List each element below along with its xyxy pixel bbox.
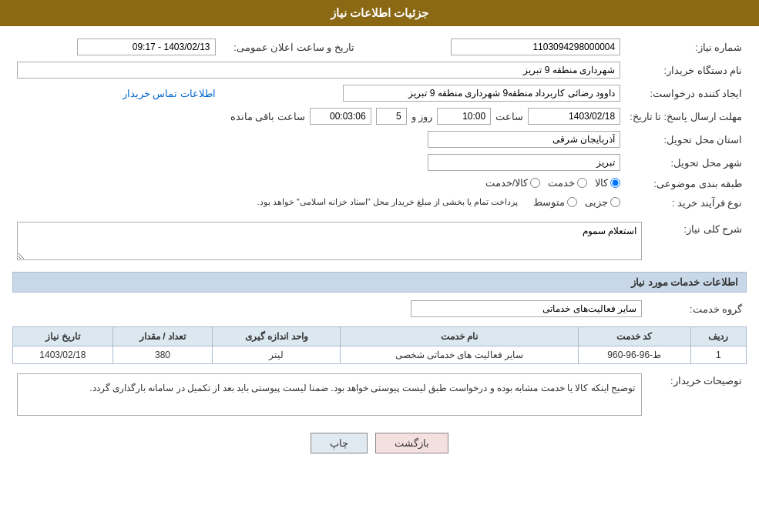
creator-cell: [220, 82, 626, 105]
buyer-notes-label: توصیحات خریدار:: [646, 370, 747, 419]
province-label: استان محل تحویل:: [625, 128, 747, 151]
subject-kala-radio[interactable]: [610, 178, 620, 188]
subject-radio-group: کالا خدمت کالا/خدمت: [485, 177, 620, 189]
time-label: ساعت: [495, 111, 523, 122]
creator-input[interactable]: [343, 85, 620, 102]
city-label: شهر محل تحویل:: [625, 151, 747, 174]
subject-both-radio[interactable]: [530, 178, 540, 188]
subject-both-option[interactable]: کالا/خدمت: [485, 177, 540, 189]
buyer-notes-cell: توضیح اینکه کالا یا خدمت مشابه بوده و در…: [12, 370, 646, 419]
cell-row-num: 1: [690, 346, 746, 364]
back-button[interactable]: بازگشت: [375, 433, 448, 453]
buyer-org-label: نام دستگاه خریدار:: [625, 59, 747, 82]
need-number-input[interactable]: [451, 38, 620, 55]
announcement-date-cell: [12, 35, 220, 59]
need-description-textarea[interactable]: استعلام سموم: [17, 222, 642, 260]
purchase-radio-group: جزیی متوسط پرداخت تمام یا بخشی از مبلغ خ…: [257, 196, 621, 208]
subject-both-label: کالا/خدمت: [485, 177, 528, 189]
countdown-label: ساعت باقی مانده: [230, 111, 305, 122]
page-header: جزئیات اطلاعات نیاز: [0, 0, 759, 26]
countdown-input[interactable]: [310, 108, 371, 125]
purchase-motavaset-label: متوسط: [533, 196, 565, 208]
subject-label: طبقه بندی موضوعی:: [625, 174, 747, 193]
announcement-date-input[interactable]: [77, 38, 216, 55]
cell-date: 1403/02/18: [13, 346, 113, 364]
purchase-note: پرداخت تمام یا بخشی از مبلغ خریدار محل "…: [257, 197, 519, 207]
subject-kala-label: کالا: [595, 177, 608, 189]
services-header-row: ردیف کد خدمت نام خدمت واحد اندازه گیری ت…: [13, 327, 747, 346]
province-input[interactable]: [428, 131, 620, 148]
purchase-type-cell: جزیی متوسط پرداخت تمام یا بخشی از مبلغ خ…: [12, 193, 625, 212]
purchase-jozi-radio[interactable]: [610, 197, 620, 207]
service-group-input[interactable]: [411, 300, 642, 317]
need-description-row: شرح کلی نیاز: استعلام سموم: [12, 219, 747, 266]
services-table: ردیف کد خدمت نام خدمت واحد اندازه گیری ت…: [12, 326, 747, 364]
service-group-label: گروه خدمت:: [646, 297, 747, 320]
need-description-cell: استعلام سموم: [12, 219, 646, 266]
response-time-input[interactable]: [437, 108, 491, 125]
deadline-row-flex: ساعت روز و ساعت باقی مانده: [17, 108, 620, 125]
col-service-name: نام خدمت: [341, 327, 578, 346]
buyer-org-input[interactable]: [17, 62, 620, 79]
col-unit: واحد اندازه گیری: [213, 327, 341, 346]
need-number-cell: [374, 35, 626, 59]
service-info-header: اطلاعات خدمات مورد نیاز: [12, 272, 747, 293]
province-cell: [12, 128, 625, 151]
subject-cell: کالا خدمت کالا/خدمت: [12, 174, 625, 193]
response-days-input[interactable]: [376, 108, 407, 125]
purchase-jozi-label: جزیی: [585, 196, 608, 208]
button-row: بازگشت چاپ: [12, 425, 747, 461]
subject-khedmat-option[interactable]: خدمت: [548, 177, 587, 189]
cell-unit: لیتر: [213, 346, 341, 364]
buyer-org-row: نام دستگاه خریدار:: [12, 59, 747, 82]
announcement-date-label: تاریخ و ساعت اعلان عمومی:: [220, 35, 359, 59]
creator-link-cell: اطلاعات تماس خریدار: [12, 82, 220, 105]
city-row: شهر محل تحویل:: [12, 151, 747, 174]
creator-row: ایجاد کننده درخواست: اطلاعات تماس خریدار: [12, 82, 747, 105]
need-number-label: شماره نیاز:: [625, 35, 747, 59]
response-deadline-cell: ساعت روز و ساعت باقی مانده: [12, 105, 625, 128]
buyer-notes-row: توصیحات خریدار: توضیح اینکه کالا یا خدمت…: [12, 370, 747, 419]
subject-row: طبقه بندی موضوعی: کالا خدمت: [12, 174, 747, 193]
subject-khedmat-label: خدمت: [548, 177, 575, 189]
service-group-row: گروه خدمت:: [12, 297, 747, 320]
need-description-label: شرح کلی نیاز:: [646, 219, 747, 266]
subject-khedmat-radio[interactable]: [577, 178, 587, 188]
creator-label: ایجاد کننده درخواست:: [625, 82, 747, 105]
info-table: شماره نیاز: تاریخ و ساعت اعلان عمومی: نا…: [12, 35, 747, 212]
buyer-notes-table: توصیحات خریدار: توضیح اینکه کالا یا خدمت…: [12, 370, 747, 419]
response-deadline-row: مهلت ارسال پاسخ: تا تاریخ: ساعت روز و سا…: [12, 105, 747, 128]
cell-quantity: 380: [113, 346, 213, 364]
print-button[interactable]: چاپ: [311, 433, 368, 453]
city-cell: [12, 151, 625, 174]
page-wrapper: جزئیات اطلاعات نیاز شماره نیاز: تاریخ و …: [0, 0, 759, 532]
service-group-cell: [12, 297, 646, 320]
purchase-type-row: نوع فرآیند خرید : جزیی متوسط پرداخت تمام…: [12, 193, 747, 212]
purchase-jozi-option[interactable]: جزیی: [585, 196, 620, 208]
service-group-table: گروه خدمت:: [12, 297, 747, 320]
need-number-row: شماره نیاز: تاریخ و ساعت اعلان عمومی:: [12, 35, 747, 59]
col-service-code: کد خدمت: [578, 327, 690, 346]
col-quantity: تعداد / مقدار: [113, 327, 213, 346]
response-date-input[interactable]: [528, 108, 620, 125]
col-row-num: ردیف: [690, 327, 746, 346]
response-deadline-label: مهلت ارسال پاسخ: تا تاریخ:: [625, 105, 747, 128]
subject-kala-option[interactable]: کالا: [595, 177, 620, 189]
province-row: استان محل تحویل:: [12, 128, 747, 151]
page-title: جزئیات اطلاعات نیاز: [331, 6, 428, 19]
buyer-notes-box: توضیح اینکه کالا یا خدمت مشابه بوده و در…: [17, 373, 642, 416]
table-row: 1 ط-96-96-960 سایر فعالیت های خدماتی شخص…: [13, 346, 747, 364]
purchase-type-label: نوع فرآیند خرید :: [625, 193, 747, 212]
days-label: روز و: [411, 111, 432, 122]
purchase-motavaset-option[interactable]: متوسط: [533, 196, 577, 208]
city-input[interactable]: [428, 154, 620, 171]
creator-contact-link[interactable]: اطلاعات تماس خریدار: [123, 89, 216, 99]
col-date: تاریخ نیاز: [13, 327, 113, 346]
need-description-table: شرح کلی نیاز: استعلام سموم: [12, 219, 747, 266]
content-area: شماره نیاز: تاریخ و ساعت اعلان عمومی: نا…: [0, 26, 759, 470]
cell-service-code: ط-96-96-960: [578, 346, 690, 364]
purchase-motavaset-radio[interactable]: [567, 197, 577, 207]
buyer-org-cell: [12, 59, 625, 82]
cell-service-name: سایر فعالیت های خدماتی شخصی: [341, 346, 578, 364]
